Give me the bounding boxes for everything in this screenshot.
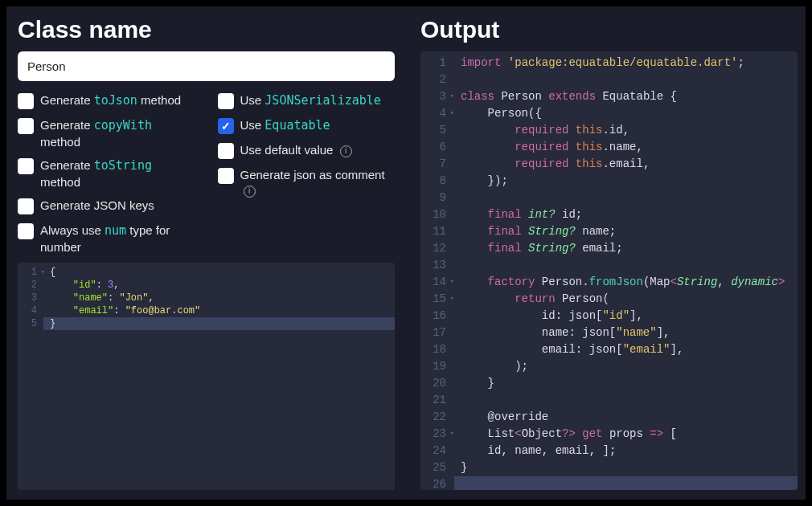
code-line: email: json["email"], — [461, 341, 791, 358]
checkbox-icon[interactable] — [18, 93, 34, 109]
option-label: Always use num type for number — [40, 222, 195, 255]
option-checkbox[interactable]: Generate json as comment i — [218, 167, 396, 198]
output-editor[interactable]: 1234567891011121314151617181920212223242… — [420, 51, 798, 490]
code-line — [454, 476, 798, 490]
line-number: 9 — [425, 190, 446, 206]
code-line: Person({ — [461, 105, 791, 122]
option-checkbox[interactable]: Generate toString method — [18, 157, 195, 190]
code-line — [461, 257, 791, 274]
line-number: 6 — [425, 139, 446, 156]
code-line: factory Person.fromJson(Map<String, dyna… — [461, 274, 791, 291]
line-number: 1 — [23, 266, 37, 279]
checkbox-icon[interactable] — [218, 143, 234, 159]
code-line — [461, 71, 791, 88]
line-number: 1 — [425, 55, 446, 71]
code-line: return Person( — [461, 291, 791, 308]
code-line: final int? id; — [461, 206, 791, 223]
code-line: List<Object?> get props => [ — [461, 426, 791, 443]
code-line: @override — [461, 409, 791, 426]
checkbox-icon[interactable] — [18, 158, 34, 174]
json-input-editor[interactable]: 12345 { "id": 3, "name": "Jon", "email":… — [18, 263, 395, 490]
option-checkbox[interactable]: Generate copyWith method — [18, 117, 195, 149]
line-number: 10 — [425, 206, 446, 223]
line-number: 4 — [23, 304, 37, 317]
line-number: 12 — [425, 240, 446, 257]
line-number: 7 — [425, 156, 446, 173]
line-number: 5 — [425, 122, 446, 139]
class-name-heading: Class name — [18, 16, 395, 43]
option-checkbox[interactable]: Generate toJson method — [18, 92, 195, 109]
checkbox-icon[interactable] — [18, 118, 34, 134]
line-number: 24 — [425, 443, 446, 459]
code-line: "name": "Jon", — [50, 292, 388, 304]
option-label: Use Equatable — [240, 117, 330, 134]
info-icon[interactable]: i — [340, 145, 352, 157]
code-line: required this.name, — [461, 139, 791, 156]
options-column-1: Generate toJson methodGenerate copyWith … — [18, 92, 195, 255]
json-code[interactable]: { "id": 3, "name": "Jon", "email": "foo@… — [43, 263, 395, 490]
output-gutter: 1234567891011121314151617181920212223242… — [420, 51, 454, 490]
line-number: 22 — [425, 409, 446, 426]
line-number: 13 — [425, 257, 446, 274]
option-checkbox[interactable]: Generate JSON keys — [18, 198, 195, 214]
checkbox-icon[interactable] — [18, 198, 34, 214]
code-line: }); — [461, 173, 791, 190]
code-line: required this.id, — [461, 122, 791, 139]
code-line — [461, 190, 791, 206]
option-label: Use default value i — [240, 142, 352, 158]
line-number: 17 — [425, 324, 446, 341]
output-code: import 'package:equatable/equatable.dart… — [454, 51, 798, 490]
code-line: ); — [461, 358, 791, 375]
option-label: Generate JSON keys — [40, 198, 154, 214]
option-checkbox[interactable]: Use Equatable — [218, 117, 396, 134]
line-number: 4 — [425, 105, 446, 122]
line-number: 20 — [425, 375, 446, 392]
line-number: 5 — [23, 317, 37, 330]
code-line: id, name, email, ]; — [461, 443, 791, 459]
option-checkbox[interactable]: Use default value i — [218, 142, 396, 159]
line-number: 14 — [425, 274, 446, 291]
option-checkbox[interactable]: Always use num type for number — [18, 222, 195, 255]
class-name-input[interactable] — [18, 51, 395, 81]
option-label: Generate toString method — [40, 157, 195, 190]
info-icon[interactable]: i — [244, 186, 256, 198]
code-line: class Person extends Equatable { — [461, 88, 791, 105]
option-checkbox[interactable]: Use JSONSerializable — [218, 92, 396, 109]
checkbox-icon[interactable] — [218, 168, 234, 184]
option-label: Use JSONSerializable — [240, 92, 381, 109]
code-line: } — [461, 375, 791, 392]
code-line: name: json["name"], — [461, 324, 791, 341]
code-line: id: json["id"], — [461, 308, 791, 324]
output-heading: Output — [420, 16, 798, 43]
line-number: 26 — [425, 476, 446, 490]
code-line: import 'package:equatable/equatable.dart… — [461, 55, 791, 71]
line-number: 11 — [425, 223, 446, 240]
code-line: final String? email; — [461, 240, 791, 257]
code-line: final String? name; — [461, 223, 791, 240]
line-number: 2 — [425, 71, 446, 88]
code-line: } — [461, 459, 791, 476]
json-gutter: 12345 — [18, 263, 43, 490]
option-label: Generate json as comment i — [240, 167, 396, 198]
checkbox-icon[interactable] — [218, 93, 234, 109]
code-line: "id": 3, — [50, 279, 388, 292]
checkbox-icon[interactable] — [18, 223, 34, 239]
options-column-2: Use JSONSerializableUse EquatableUse def… — [218, 92, 396, 255]
code-line — [461, 392, 791, 409]
line-number: 25 — [425, 459, 446, 476]
line-number: 3 — [23, 292, 37, 304]
line-number: 18 — [425, 341, 446, 358]
code-line: } — [43, 317, 395, 330]
line-number: 16 — [425, 308, 446, 324]
line-number: 3 — [425, 88, 446, 105]
line-number: 15 — [425, 291, 446, 308]
line-number: 21 — [425, 392, 446, 409]
code-line: { — [50, 266, 388, 279]
code-line: "email": "foo@bar.com" — [50, 304, 388, 317]
code-line: required this.email, — [461, 156, 791, 173]
line-number: 19 — [425, 358, 446, 375]
checkbox-icon[interactable] — [218, 118, 234, 134]
line-number: 8 — [425, 173, 446, 190]
line-number: 2 — [23, 279, 37, 292]
option-label: Generate toJson method — [40, 92, 181, 109]
